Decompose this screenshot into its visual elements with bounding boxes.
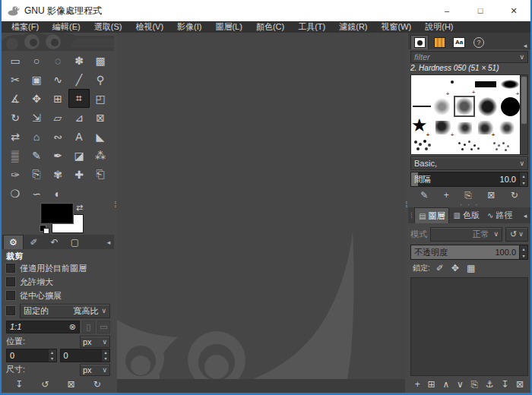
mode-switch-button[interactable]: ↺ ∨ — [505, 227, 528, 242]
brush-thumbnail[interactable] — [478, 97, 497, 116]
layers-dock-menu-button[interactable]: ◂ — [520, 207, 530, 223]
tab-paths[interactable]: ∿ 路徑 — [483, 207, 516, 223]
tool-move[interactable]: ✥ — [26, 89, 47, 108]
tool-free-select[interactable]: ◌ — [47, 51, 68, 70]
tool-clone[interactable]: ⎘ — [26, 165, 47, 184]
checkbox-current-layer-only[interactable] — [6, 264, 15, 273]
aspect-ratio-input[interactable]: 1:1 ⊗ — [6, 321, 80, 333]
brushes-dock-menu-button[interactable]: ◂ — [520, 42, 530, 49]
layers-list[interactable] — [410, 277, 528, 376]
dock-tab-tool-options[interactable]: ⚙ — [3, 235, 24, 249]
tool-paths[interactable]: ∿ — [47, 70, 68, 89]
tool-perspective-clone[interactable]: ⎗ — [90, 165, 111, 184]
opacity-slider[interactable]: 不透明度 100.0 — [410, 245, 520, 260]
clear-icon[interactable]: ⊗ — [69, 322, 76, 332]
landscape-orientation-button[interactable]: ▭ — [97, 321, 110, 333]
menu-view[interactable]: 檢視(V) — [128, 21, 170, 33]
dock-tab-images[interactable]: ▢ — [65, 235, 85, 249]
tool-zoom[interactable]: ⚲ — [90, 70, 111, 89]
tab-brushes[interactable] — [410, 35, 429, 49]
menu-select[interactable]: 選取(S) — [87, 21, 129, 33]
foreground-color-swatch[interactable] — [41, 204, 73, 223]
delete-brush[interactable]: ⊠ — [487, 190, 495, 201]
lock-pixels[interactable]: ✐ — [436, 263, 444, 273]
menu-file[interactable]: 檔案(F) — [5, 21, 46, 33]
tool-eraser[interactable]: ◪ — [68, 146, 90, 165]
brush-thumbnail[interactable] — [414, 141, 417, 144]
spin-down-icon[interactable]: ▾ — [49, 356, 56, 362]
brush-thumbnail[interactable] — [433, 98, 451, 115]
tool-gradient[interactable]: ▒ — [5, 146, 26, 165]
checkbox-expand-from-center[interactable] — [6, 291, 15, 300]
menu-tools[interactable]: 工具(T) — [291, 21, 332, 33]
new-layer[interactable]: + — [415, 379, 420, 390]
tool-transform-3d[interactable]: ⊠ — [90, 108, 111, 127]
delete-preset[interactable]: ⊠ — [68, 379, 75, 390]
duplicate-brush[interactable]: ⎘ — [464, 190, 472, 201]
position-y-spinner[interactable]: ▴ ▾ — [101, 349, 109, 362]
merge-down[interactable]: ↧ — [501, 379, 508, 390]
layer-mode-dropdown[interactable]: 正常 ∨ — [430, 227, 502, 242]
delete-layer[interactable]: ⊠ — [516, 379, 524, 390]
size-unit-dropdown[interactable]: px ∨ — [80, 364, 110, 376]
tool-ellipse-select[interactable]: ○ — [26, 51, 47, 70]
tool-ink[interactable]: ✑ — [5, 165, 26, 184]
tool-paintbrush[interactable]: ✒ — [47, 146, 68, 165]
tool-foreground-select[interactable]: ▣ — [26, 70, 47, 89]
lower-layer[interactable]: ∨ — [457, 379, 464, 390]
tab-document-history[interactable]: ? — [470, 35, 488, 49]
tool-heal[interactable]: ✚ — [68, 165, 90, 184]
new-brush[interactable]: + — [444, 190, 449, 201]
dock-tab-device-status[interactable]: ✐ — [24, 235, 44, 249]
tool-scale[interactable]: ⇲ — [26, 108, 47, 127]
tool-mypaint-brush[interactable]: ✾ — [47, 165, 68, 184]
checkbox-fixed[interactable] — [6, 306, 15, 315]
tool-crop[interactable]: ⌗ — [68, 89, 90, 108]
position-x-field[interactable]: 0 ▴ ▾ — [6, 349, 57, 362]
tool-rotate[interactable]: ↻ — [5, 108, 26, 127]
menu-help[interactable]: 說明(H) — [418, 21, 460, 33]
spin-down-icon[interactable]: ▾ — [102, 356, 109, 362]
tool-flip[interactable]: ⇄ — [5, 127, 26, 146]
spin-down-icon[interactable]: ▾ — [520, 252, 527, 259]
duplicate-layer[interactable]: ⎘ — [470, 379, 478, 390]
menu-image[interactable]: 影像(I) — [170, 21, 208, 33]
brush-thumbnail[interactable] — [501, 80, 519, 89]
tool-rectangle-select[interactable]: ▭ — [5, 51, 26, 70]
dock-tab-undo-history[interactable]: ↶ — [44, 235, 65, 249]
tool-select-by-color[interactable]: ▩ — [90, 51, 111, 70]
swap-colors-icon[interactable]: ⇄ — [76, 203, 83, 213]
dock-resize-grip[interactable]: · · · — [408, 202, 530, 207]
tool-cage-transform[interactable]: ⌂ — [26, 127, 47, 146]
brush-thumbnail[interactable]: ★ — [411, 116, 428, 134]
right-splitter[interactable]: ⁞ — [405, 33, 408, 393]
fixed-aspect-dropdown[interactable]: 固定的 寬高比 ∨ — [20, 304, 110, 318]
brush-thumbnail[interactable] — [499, 122, 515, 134]
menu-edit[interactable]: 編輯(E) — [46, 21, 87, 33]
default-colors-icon[interactable] — [40, 225, 50, 234]
tool-bucket-fill[interactable]: ◣ — [90, 127, 111, 146]
brush-grid[interactable]: ★ + + + + + + — [411, 75, 520, 154]
spin-up-icon[interactable]: ▴ — [102, 349, 109, 356]
tab-layers[interactable]: ▤ 圖層 — [414, 207, 449, 223]
minimize-button[interactable]: – — [430, 0, 464, 21]
spin-up-icon[interactable]: ▴ — [520, 172, 527, 179]
spacing-spinner[interactable]: ▴ ▾ — [520, 172, 528, 187]
brush-thumbnail[interactable] — [478, 121, 493, 134]
menu-layer[interactable]: 圖層(L) — [208, 21, 249, 33]
spin-down-icon[interactable]: ▾ — [520, 179, 527, 186]
scrollbar-thumb[interactable] — [521, 77, 527, 124]
lock-alpha[interactable]: ▦ — [467, 263, 475, 273]
tool-color-picker[interactable]: ╱ — [68, 70, 90, 89]
refresh-brushes[interactable]: ↻ — [511, 190, 518, 201]
brush-thumbnail[interactable] — [435, 121, 451, 134]
brush-filter-input[interactable]: filter ∨ — [410, 51, 528, 63]
position-y-field[interactable]: 0 ▴ ▾ — [60, 349, 111, 362]
tool-fuzzy-select[interactable]: ✽ — [68, 51, 90, 70]
tool-warp-transform[interactable]: ∾ — [47, 127, 68, 146]
tool-unified-transform[interactable]: ◰ — [90, 89, 111, 108]
brush-thumbnail[interactable] — [475, 81, 496, 87]
anchor-layer[interactable]: ⚓ — [486, 379, 494, 390]
portrait-orientation-button[interactable]: ▯ — [82, 321, 95, 333]
tool-smudge[interactable]: ∽ — [26, 184, 47, 203]
